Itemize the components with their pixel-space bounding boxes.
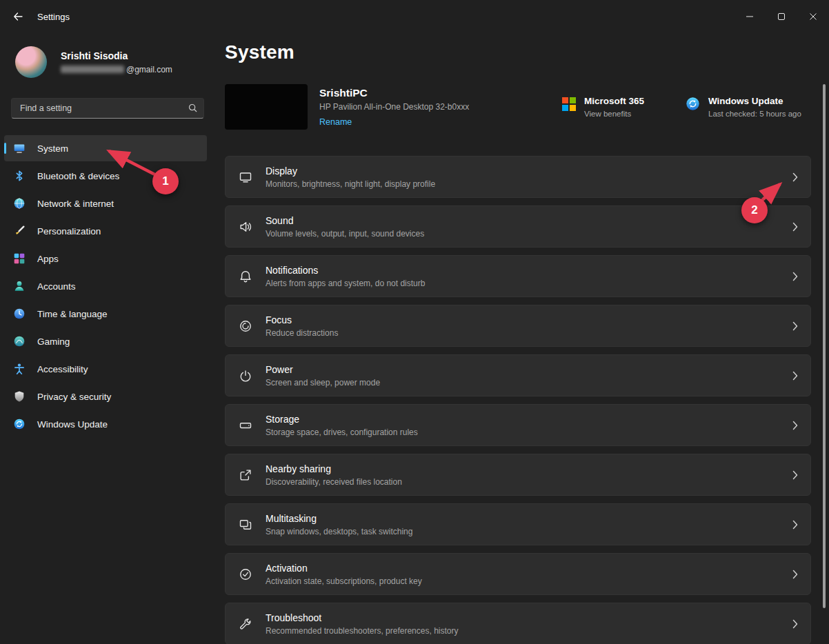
network-icon	[12, 197, 26, 210]
user-account-block[interactable]: Srishti Sisodia @gmail.com	[0, 44, 214, 80]
device-thumbnail	[225, 84, 308, 130]
sidebar-item-time-language[interactable]: Time & language	[4, 301, 207, 327]
back-arrow-icon	[12, 11, 23, 22]
minimize-icon	[746, 12, 754, 21]
windows-update-card[interactable]: Windows Update Last checked: 5 hours ago	[686, 96, 811, 118]
sidebar: Srishti Sisodia @gmail.com	[0, 33, 214, 644]
chevron-right-icon	[792, 321, 798, 331]
accounts-icon	[12, 279, 26, 293]
sidebar-item-gaming[interactable]: Gaming	[4, 328, 207, 354]
avatar	[15, 46, 47, 78]
chevron-right-icon	[792, 570, 798, 579]
email-redacted-blur	[61, 66, 124, 73]
sidebar-item-accessibility[interactable]: Accessibility	[4, 356, 207, 382]
notifications-icon	[239, 270, 252, 283]
settings-row-display[interactable]: Display Monitors, brightness, night ligh…	[225, 156, 811, 198]
sidebar-item-accounts[interactable]: Accounts	[4, 273, 207, 299]
apps-icon	[12, 252, 26, 265]
device-name: SrishtiPC	[319, 87, 469, 99]
settings-row-storage[interactable]: Storage Storage space, drives, configura…	[225, 404, 811, 446]
chevron-right-icon	[792, 520, 798, 530]
main-content: System SrishtiPC HP Pavilion All-in-One …	[214, 33, 829, 644]
microsoft-365-subtitle: View benefits	[584, 110, 644, 118]
vertical-scrollbar[interactable]	[823, 84, 826, 608]
microsoft-365-card[interactable]: Microsoft 365 View benefits	[562, 96, 669, 118]
settings-row-activation[interactable]: Activation Activation state, subscriptio…	[225, 553, 811, 595]
bluetooth-icon	[12, 169, 26, 183]
microsoft-logo-icon	[562, 97, 576, 111]
focus-icon	[239, 319, 252, 333]
sidebar-item-apps[interactable]: Apps	[4, 245, 207, 272]
maximize-icon	[777, 12, 786, 21]
maximize-button[interactable]	[766, 0, 797, 33]
sidebar-item-label: System	[37, 143, 68, 154]
system-icon	[12, 141, 26, 155]
power-icon	[239, 369, 252, 383]
sidebar-item-windows-update[interactable]: Windows Update	[4, 411, 207, 437]
search-input[interactable]	[11, 98, 204, 119]
user-name: Srishti Sisodia	[61, 50, 172, 61]
multitasking-icon	[239, 518, 252, 532]
annotation-step-1-badge: 1	[152, 168, 179, 194]
caption-buttons	[734, 0, 829, 33]
search-box	[11, 98, 204, 119]
settings-row-multitasking[interactable]: Multitasking Snap windows, desktops, tas…	[225, 503, 811, 545]
sidebar-item-label: Bluetooth & devices	[37, 171, 119, 181]
chevron-right-icon	[792, 172, 798, 182]
device-model: HP Pavilion All-in-One Desktop 32-b0xxx	[319, 102, 469, 112]
device-card: SrishtiPC HP Pavilion All-in-One Desktop…	[225, 84, 546, 130]
gaming-icon	[12, 334, 26, 348]
settings-row-nearby-sharing[interactable]: Nearby sharing Discoverability, received…	[225, 454, 811, 496]
rename-link[interactable]: Rename	[319, 117, 352, 127]
sidebar-nav: System Bluetooth & devices Network & int…	[0, 135, 214, 437]
windows-update-title: Windows Update	[708, 96, 801, 106]
sound-icon	[239, 220, 252, 234]
settings-row-notifications[interactable]: Notifications Alerts from apps and syste…	[225, 255, 811, 297]
sidebar-item-label: Personalization	[37, 226, 101, 237]
sidebar-item-label: Privacy & security	[37, 392, 111, 402]
chevron-right-icon	[792, 470, 798, 480]
window-title: Settings	[37, 12, 70, 22]
settings-row-focus[interactable]: Focus Reduce distractions	[225, 305, 811, 347]
sidebar-item-network-internet[interactable]: Network & internet	[4, 190, 207, 217]
chevron-right-icon	[792, 421, 798, 430]
time-language-icon	[12, 307, 26, 321]
minimize-button[interactable]	[734, 0, 766, 33]
activation-icon	[239, 567, 252, 581]
close-icon	[809, 12, 817, 21]
chevron-right-icon	[792, 619, 798, 629]
microsoft-365-title: Microsoft 365	[584, 96, 644, 106]
chevron-right-icon	[792, 272, 798, 281]
sidebar-item-personalization[interactable]: Personalization	[4, 218, 207, 244]
personalization-icon	[12, 224, 26, 238]
storage-icon	[239, 419, 252, 432]
chevron-right-icon	[792, 222, 798, 232]
titlebar: Settings	[0, 0, 829, 33]
settings-row-troubleshoot[interactable]: Troubleshoot Recommended troubleshooters…	[225, 603, 811, 644]
sidebar-item-label: Windows Update	[37, 419, 108, 430]
sidebar-item-label: Time & language	[37, 309, 108, 319]
sidebar-item-label: Gaming	[37, 336, 70, 347]
email-suffix: @gmail.com	[126, 65, 172, 74]
header-cards: SrishtiPC HP Pavilion All-in-One Desktop…	[225, 84, 811, 130]
windows-update-icon	[12, 417, 26, 431]
annotation-step-2-badge: 2	[741, 197, 768, 223]
settings-row-sound[interactable]: Sound Volume levels, output, input, soun…	[225, 205, 811, 248]
sidebar-item-privacy-security[interactable]: Privacy & security	[4, 383, 207, 410]
sidebar-item-label: Accounts	[37, 281, 76, 292]
accessibility-icon	[12, 362, 26, 376]
windows-update-icon	[686, 97, 700, 111]
settings-row-power[interactable]: Power Screen and sleep, power mode	[225, 354, 811, 396]
sidebar-item-system[interactable]: System	[4, 135, 207, 161]
sidebar-item-label: Accessibility	[37, 364, 88, 374]
windows-update-subtitle: Last checked: 5 hours ago	[708, 110, 801, 118]
page-title: System	[225, 41, 811, 63]
settings-window: Settings Srishti Sisodia @gmail.c	[0, 0, 829, 644]
close-button[interactable]	[797, 0, 829, 33]
settings-rows: Display Monitors, brightness, night ligh…	[225, 156, 811, 644]
chevron-right-icon	[792, 371, 798, 381]
back-button[interactable]	[4, 4, 32, 29]
privacy-security-icon	[12, 390, 26, 403]
display-icon	[239, 170, 252, 184]
selection-indicator	[4, 143, 6, 154]
